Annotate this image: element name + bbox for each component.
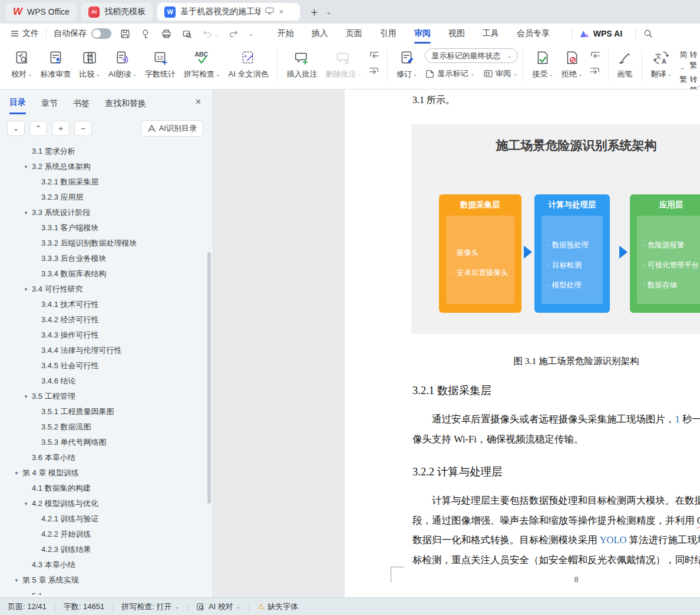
menu-tab-插入[interactable]: 插入 xyxy=(303,25,337,42)
autosave-toggle[interactable] xyxy=(91,28,111,39)
toc-item[interactable]: 3.4.5 社会可行性 xyxy=(0,358,213,373)
missing-font-warning[interactable]: ⚠ 缺失字体 xyxy=(257,601,298,612)
toc-item[interactable]: 4.2.3 训练结果 xyxy=(0,542,213,557)
toc-item[interactable]: 4.3 本章小结 xyxy=(0,557,213,573)
menu-tab-审阅[interactable]: 审阅 xyxy=(405,25,440,42)
toc-item[interactable]: ▼3.3 系统设计阶段 xyxy=(0,205,213,220)
spell-check-button[interactable]: ABC 拼写检查⌄ xyxy=(184,48,220,80)
new-tab-button[interactable]: ＋ xyxy=(308,4,320,20)
previous-comment-icon[interactable] xyxy=(368,50,380,61)
toc-item[interactable]: 3.5.3 单代号网络图 xyxy=(0,435,213,450)
ai-read-aloud-button[interactable]: AI朗读⌄ xyxy=(108,48,137,80)
toc-item[interactable]: 3.4.1 技术可行性 xyxy=(0,297,213,312)
menu-tab-工具[interactable]: 工具 xyxy=(474,25,508,42)
toc-item[interactable]: 3.5.1 工程质量因果图 xyxy=(0,404,213,419)
ink-brush-button[interactable]: 画笔 xyxy=(618,48,633,80)
undo-button[interactable]: ⌄ xyxy=(202,29,219,38)
review-panel-button[interactable]: 审阅⌄ xyxy=(483,68,518,79)
toc-item[interactable]: 4.1 数据集的构建 xyxy=(0,481,213,496)
toc-item[interactable]: ▼第 5 章 系统实现 xyxy=(0,573,213,588)
ai-polish-button[interactable]: AI 全文润色 xyxy=(228,48,268,80)
reject-revision-button[interactable]: 拒绝⌄ xyxy=(562,48,583,80)
sidebar-tab-书签[interactable]: 书签 xyxy=(73,98,90,114)
tab-list-chevron-icon[interactable]: ⌄ xyxy=(326,8,331,16)
sidebar-tab-章节[interactable]: 章节 xyxy=(41,98,58,114)
toc-item[interactable]: 3.3.3 后台业务模块 xyxy=(0,251,213,266)
word-count-button[interactable]: 12 字数统计 xyxy=(145,48,176,80)
toc-item[interactable]: 3.5.2 数据流图 xyxy=(0,419,213,435)
insert-comment-button[interactable]: 插入批注 xyxy=(286,48,317,80)
sidebar-tab-查找和替换[interactable]: 查找和替换 xyxy=(105,98,146,114)
toc-item[interactable]: ▼3.2 系统总体架构 xyxy=(0,159,213,174)
toc-item[interactable]: 3.2.1 数据采集层 xyxy=(0,174,213,190)
standard-review-button[interactable]: 标准审查 xyxy=(41,48,71,80)
expand-triangle-icon[interactable]: ▼ xyxy=(24,394,32,399)
toc-item[interactable]: ▼4.2 模型训练与优化 xyxy=(0,496,213,511)
tab-document[interactable]: W 基于机器视觉的施工场景危险 × xyxy=(157,3,300,21)
toc-item[interactable]: 3.4.2 经济可行性 xyxy=(0,312,213,328)
file-menu-button[interactable]: 文件 xyxy=(11,28,39,39)
tab-docer-templates[interactable]: Ai 找稻壳模板 xyxy=(81,3,153,21)
proofread-button[interactable]: 校对⌄ xyxy=(11,48,32,80)
zoom-in-toc-button[interactable]: + xyxy=(52,121,70,136)
next-revision-icon[interactable] xyxy=(589,66,601,77)
next-comment-icon[interactable] xyxy=(368,66,380,77)
save-icon[interactable] xyxy=(120,28,131,39)
collapse-all-button[interactable]: ⌄ xyxy=(7,121,25,136)
delete-comment-button[interactable]: 删除批注⌄ xyxy=(325,48,362,80)
markup-state-select[interactable]: 显示标记的最终状态⌄ xyxy=(425,48,518,63)
menu-tab-页面[interactable]: 页面 xyxy=(337,25,371,42)
close-tab-icon[interactable]: × xyxy=(279,7,283,16)
toc-item[interactable]: ▼3.4 可行性研究 xyxy=(0,282,213,297)
previous-revision-icon[interactable] xyxy=(589,50,601,61)
toc-item[interactable]: 3.3.2 后端识别数据处理模块 xyxy=(0,236,213,251)
toc-item[interactable]: 3.3.1 客户端模块 xyxy=(0,220,213,236)
spellcheck-indicator[interactable]: 拼写检查: 打开⌄ xyxy=(121,601,179,612)
redo-button[interactable] xyxy=(228,29,239,38)
toc-item[interactable]: 3.4.3 操作可行性 xyxy=(0,328,213,343)
expand-triangle-icon[interactable]: ▼ xyxy=(24,287,32,292)
print-icon[interactable] xyxy=(161,28,172,39)
document-page[interactable]: 3.1 所示。 施工场景危险源识别系统架构 数据采集层· 摄像头· 安卓后置摄像… xyxy=(345,90,700,597)
zoom-out-toc-button[interactable]: − xyxy=(74,121,92,136)
toc-item[interactable]: 3.4.4 法律与伦理可行性 xyxy=(0,343,213,358)
ai-proofread-indicator[interactable]: AI 校对⌄ xyxy=(196,601,240,612)
search-icon[interactable] xyxy=(643,28,653,39)
word-count-indicator[interactable]: 字数: 14651 xyxy=(64,601,104,612)
page-indicator[interactable]: 页面: 12/41 xyxy=(8,601,47,612)
toc-item[interactable]: 5.1 xyxy=(0,588,213,595)
menu-tab-引用[interactable]: 引用 xyxy=(371,25,405,42)
toc-item[interactable]: 3.1 需求分析 xyxy=(0,144,213,159)
print-preview-icon[interactable] xyxy=(181,28,193,39)
sidebar-scrollbar[interactable] xyxy=(207,252,211,504)
menu-tab-视图[interactable]: 视图 xyxy=(440,25,474,42)
toc-item[interactable]: 4.2.2 开始训练 xyxy=(0,527,213,542)
toc-item[interactable]: ▼3.5 工程管理 xyxy=(0,389,213,404)
screen-share-icon[interactable] xyxy=(265,7,274,16)
toc-item[interactable]: 3.2.3 应用层 xyxy=(0,190,213,205)
accept-revision-button[interactable]: 接受⌄ xyxy=(532,48,553,80)
show-markup-button[interactable]: 显示标记⌄ xyxy=(425,68,475,79)
expand-triangle-icon[interactable]: ▼ xyxy=(24,210,32,216)
group-expand-icon[interactable]: ⌟ xyxy=(697,82,699,88)
compare-button[interactable]: 比较⌄ xyxy=(80,48,101,80)
expand-triangle-icon[interactable]: ▼ xyxy=(14,578,22,583)
expand-triangle-icon[interactable]: ▼ xyxy=(14,471,22,476)
menu-tab-会员专享[interactable]: 会员专享 xyxy=(508,25,559,42)
menu-tab-开始[interactable]: 开始 xyxy=(269,25,303,42)
track-changes-button[interactable]: 修订⌄ xyxy=(397,48,418,80)
translate-button[interactable]: 文A 翻译⌄ xyxy=(651,48,672,80)
ai-recognize-toc-button[interactable]: AI识别目录 xyxy=(141,120,203,137)
close-sidebar-icon[interactable]: × xyxy=(196,97,201,107)
tab-wps-office[interactable]: W WPS Office xyxy=(6,3,77,21)
toc-item[interactable]: 3.3.4 数据库表结构 xyxy=(0,266,213,282)
wps-ai-button[interactable]: WPS AI xyxy=(579,29,622,38)
toc-item[interactable]: ▼第 4 章 模型训练 xyxy=(0,465,213,481)
expand-all-button[interactable]: ⌃ xyxy=(29,121,47,136)
export-pdf-icon[interactable] xyxy=(140,28,151,39)
toc-item[interactable]: 4.2.1 训练与验证 xyxy=(0,511,213,527)
quick-access-chevron-icon[interactable]: ⌄ xyxy=(248,31,253,37)
sidebar-tab-目录[interactable]: 目录 xyxy=(9,97,26,114)
expand-triangle-icon[interactable]: ▼ xyxy=(24,164,32,170)
expand-triangle-icon[interactable]: ▼ xyxy=(24,501,32,507)
